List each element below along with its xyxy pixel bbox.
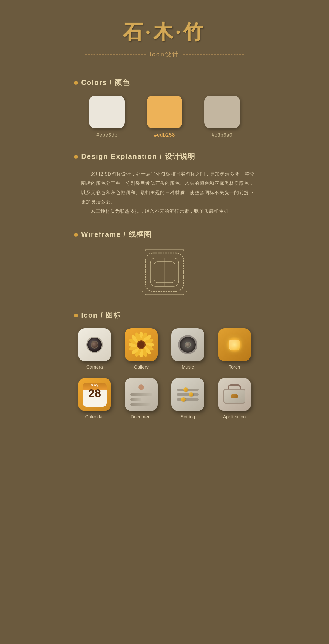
slider-thumb-3 [181,397,186,402]
wireframe-svg [140,248,189,297]
slider-thumb-2 [189,392,193,397]
bag-body [223,389,245,404]
doc-line-1 [130,393,152,396]
main-title: 石·木·竹 [74,19,255,45]
bullet-dot-wireframe [74,233,78,237]
header: 石·木·竹 icon设计 [74,11,255,64]
app-icon-application[interactable] [218,378,251,411]
slider-row-1 [177,389,199,391]
color-item-3: #c3b6a0 [204,96,240,138]
icon-item-camera: Camera [74,328,115,370]
icon-item-calendar: May 28 Calendar [74,378,115,420]
torch-glow [226,337,243,353]
icon-label-setting: Setting [181,414,195,420]
icon-label-calendar: Calendar [85,414,104,420]
color-swatch-3 [204,96,240,128]
subtitle-text: icon设计 [150,50,179,59]
color-item-2: #edb258 [147,96,182,138]
icons-grid: Camera [74,328,255,420]
document-lines [130,383,152,406]
section-title-wireframe: Wireframe / 线框图 [81,230,152,239]
doc-circle [138,384,144,390]
icon-label-document: Document [131,414,152,420]
app-icon-calendar[interactable]: May 28 [78,378,111,411]
slider-row-2 [177,393,199,396]
icon-item-gallery: Gallery [121,328,162,370]
doc-line-3 [130,403,152,406]
color-hex-1: #ebe6db [96,132,117,138]
icon-item-application: Application [214,378,255,420]
dashed-line-right [183,54,244,55]
section-title-icons: Icon / 图标 [81,311,121,320]
section-header-colors: Colors / 颜色 [74,78,255,87]
section-design-explanation: Design Explanation / 设计说明 采用2.5D图标设计，处于扁… [74,152,255,216]
calendar-day: 28 [88,388,101,399]
subtitle-row: icon设计 [74,50,255,59]
section-icons: Icon / 图标 Camera [74,311,255,420]
app-icon-setting[interactable] [171,378,204,411]
app-icon-camera[interactable] [78,328,111,361]
icon-label-application: Application [223,414,246,420]
bullet-dot-design [74,155,78,159]
app-icon-gallery[interactable] [125,328,158,361]
section-colors: Colors / 颜色 #ebe6db #edb258 #c3b6a0 [74,78,255,138]
icon-label-torch: Torch [229,364,240,370]
app-icon-torch[interactable] [218,328,251,361]
color-item-1: #ebe6db [89,96,125,138]
camera-lens-outer [86,337,103,353]
camera-inner [84,334,106,356]
slider-track-2 [177,393,199,396]
color-hex-3: #c3b6a0 [212,132,232,138]
dashed-line-left [85,54,146,55]
section-wireframe: Wireframe / 线框图 [74,230,255,297]
icon-item-torch: Torch [214,328,255,370]
icon-item-setting: Setting [167,378,208,420]
colors-row: #ebe6db #edb258 #c3b6a0 [74,96,255,138]
slider-row-3 [177,398,199,401]
app-icon-document[interactable] [125,378,158,411]
bullet-dot-icons [74,314,78,317]
slider-track-1 [177,389,199,391]
section-header-design: Design Explanation / 设计说明 [74,152,255,161]
wireframe-container [74,248,255,297]
color-swatch-2 [147,96,182,128]
app-bag [223,384,245,405]
section-title-design: Design Explanation / 设计说明 [81,152,195,161]
slider-thumb-1 [183,387,188,392]
slider-track-3 [177,398,199,401]
gallery-flower-svg [129,332,154,357]
explanation-text-2: 以三种材质为联想依据，经久不衰的流行元素，赋予质感和生机。 [81,207,255,216]
setting-sliders [177,389,199,401]
icon-label-music: Music [182,364,194,370]
icon-item-document: Document [121,378,162,420]
camera-lens-inner [91,341,98,349]
bag-clasp [231,394,238,398]
explanation-text-1: 采用2.5D图标设计，处于扁平化图标和写实图标之间，更加灵活多变，整套图标的颜色… [81,169,255,207]
color-hex-2: #edb258 [154,132,175,138]
color-swatch-1 [89,96,125,128]
torch-light [225,335,244,354]
doc-line-2 [130,398,141,401]
section-title-colors: Colors / 颜色 [81,78,130,87]
svg-point-34 [138,341,144,348]
section-header-wireframe: Wireframe / 线框图 [74,230,255,239]
page-wrapper: 石·木·竹 icon设计 Colors / 颜色 #ebe6db #edb258… [58,0,271,644]
icon-label-camera: Camera [86,364,103,370]
icon-item-music: Music [167,328,208,370]
music-speaker [178,335,197,354]
calendar-inner: May 28 [83,383,107,407]
icon-label-gallery: Gallery [134,364,149,370]
section-header-icons: Icon / 图标 [74,311,255,320]
bag-handle [228,384,241,389]
music-center [185,342,191,348]
bullet-dot-colors [74,81,78,85]
app-icon-music[interactable] [171,328,204,361]
